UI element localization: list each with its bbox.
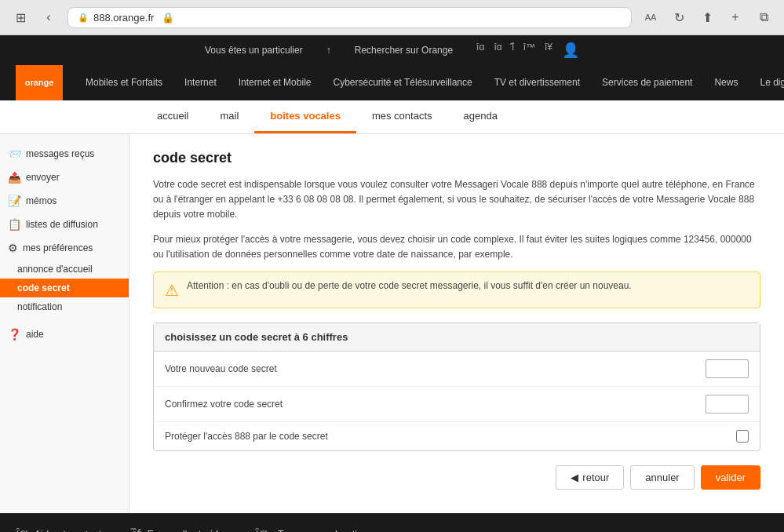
nav-mobiles[interactable]: Mobiles et Forfaits <box>75 67 173 99</box>
sidebar-label-envoyer: envoyer <box>26 172 60 183</box>
form-label-new-code: Votre nouveau code secret <box>165 363 706 374</box>
new-code-input[interactable] <box>706 359 749 378</box>
lock-icon: 🔒 <box>162 12 174 24</box>
browser-controls: ⊞ ‹ <box>9 6 60 28</box>
aide-icon: ❓ <box>8 328 21 341</box>
icon-5: î¥ <box>545 42 552 59</box>
warning-text: Attention : en cas d'oubli ou de perte d… <box>187 280 632 291</box>
footer-aide-icon: îα <box>16 526 27 532</box>
sidebar-item-aide[interactable]: ❓ aide <box>0 322 129 346</box>
share-button[interactable]: ⬆ <box>696 6 718 28</box>
footer-aide-link[interactable]: Aide et contact <box>34 528 101 532</box>
footer-forum-icon: î̃f <box>133 526 140 532</box>
main-navigation: orange Mobiles et Forfaits Internet Inte… <box>0 65 784 100</box>
form-label-protect-access: Protéger l'accès 888 par le code secret <box>165 431 736 442</box>
nav-digital[interactable]: Le digital et vous <box>749 67 784 99</box>
sidebar-sub-annonce-accueil[interactable]: annonce d'accueil <box>0 260 129 279</box>
sidebar-label-messages-recus: messages reçus <box>26 148 94 159</box>
valider-label: valider <box>716 472 746 483</box>
form-row-new-code: Votre nouveau code secret <box>154 352 760 387</box>
button-row: ◀ retour annuler valider <box>153 465 760 497</box>
sidebar-label-annonce: annonce d'accueil <box>17 264 93 275</box>
sidebar-toggle-button[interactable]: ⊞ <box>9 6 31 28</box>
icon-1: îα <box>476 42 484 59</box>
browser-chrome: ⊞ ‹ 🔒 888.orange.fr 🔒 AA ↻ ⬆ + ⧉ <box>0 0 784 35</box>
logo-text: orange <box>25 78 54 88</box>
annuler-button[interactable]: annuler <box>630 465 694 490</box>
footer-item-aide: îα Aide et contact <box>16 526 101 532</box>
annuler-label: annuler <box>645 472 679 483</box>
nav-news[interactable]: News <box>703 67 749 99</box>
tab-mes-contacts[interactable]: mes contacts <box>356 100 448 133</box>
avatar-icon[interactable]: 👤 <box>562 42 579 59</box>
tab-accueil[interactable]: accueil <box>141 100 204 133</box>
footer-item-boutique: îα, Trouver une boutique <box>255 526 374 532</box>
back-button[interactable]: ‹ <box>38 6 60 28</box>
warning-icon: ⚠ <box>165 281 179 300</box>
sidebar-item-memos[interactable]: 📝 mémos <box>0 189 129 213</box>
top-banner-icon1: ↑ <box>326 45 331 56</box>
listes-icon: 📋 <box>8 218 21 231</box>
icon-4: î™ <box>523 42 535 59</box>
tabs-button[interactable]: ⧉ <box>753 6 775 28</box>
retour-label: retour <box>582 472 609 483</box>
top-banner-icons: îα îα î̃ î™ î¥ 👤 <box>476 42 579 59</box>
nav-services[interactable]: Services de paiement <box>591 67 703 99</box>
address-bar[interactable]: 🔒 888.orange.fr 🔒 <box>67 7 632 28</box>
page-title: code secret <box>153 150 760 166</box>
text-size-button[interactable]: AA <box>640 6 662 28</box>
confirm-code-input[interactable] <box>706 395 749 414</box>
tab-boites-vocales[interactable]: boîtes vocales <box>254 100 356 133</box>
form-row-protect-access: Protéger l'accès 888 par le code secret <box>154 422 760 450</box>
footer-forum-link[interactable]: Forum d'entraide <box>147 528 224 532</box>
messages-recus-icon: 📨 <box>8 148 21 160</box>
preferences-icon: ⚙ <box>8 242 18 254</box>
sidebar: 📨 messages reçus 📤 envoyer 📝 mémos 📋 lis… <box>0 134 129 513</box>
protect-access-checkbox[interactable] <box>736 430 749 443</box>
nav-cybersecurite[interactable]: Cybersécurité et Télésurveillance <box>322 67 483 99</box>
search-link[interactable]: Rechercher sur Orange <box>355 45 453 56</box>
nav-internet[interactable]: Internet <box>173 67 228 99</box>
sidebar-label-aide: aide <box>26 329 44 340</box>
top-banner: Vous êtes un particulier ↑ Rechercher su… <box>0 35 784 65</box>
sidebar-item-envoyer[interactable]: 📤 envoyer <box>0 166 129 189</box>
sidebar-sub-code-secret[interactable]: code secret <box>0 279 129 297</box>
tab-mail[interactable]: mail <box>204 100 254 133</box>
footer-boutique-icon: îα, <box>255 526 271 532</box>
memos-icon: 📝 <box>8 195 21 207</box>
footer-boutique-link[interactable]: Trouver une boutique <box>278 528 374 532</box>
new-tab-button[interactable]: + <box>724 6 746 28</box>
footer: îα Aide et contact î̃f Forum d'entraide … <box>0 513 784 532</box>
form-box-header: choisissez un code secret à 6 chiffres <box>154 323 760 352</box>
sidebar-item-listes-diffusion[interactable]: 📋 listes de diffusion <box>0 213 129 236</box>
description-1: Votre code secret est indispensable lors… <box>153 177 760 223</box>
retour-button[interactable]: ◀ retour <box>556 465 624 490</box>
sidebar-label-listes: listes de diffusion <box>26 219 98 230</box>
nav-tv[interactable]: TV et divertissement <box>483 67 591 99</box>
retour-icon: ◀ <box>571 472 578 483</box>
sidebar-item-mes-preferences[interactable]: ⚙ mes préférences <box>0 236 129 260</box>
url-text: 888.orange.fr <box>93 12 154 24</box>
description-2: Pour mieux protéger l'accès à votre mess… <box>153 232 760 262</box>
form-box: choisissez un code secret à 6 chiffres V… <box>153 322 760 451</box>
sidebar-label-notification: notification <box>17 301 62 312</box>
footer-item-forum: î̃f Forum d'entraide <box>133 526 224 532</box>
sidebar-label-memos: mémos <box>26 195 57 206</box>
orange-logo: orange <box>16 65 63 100</box>
browser-actions: AA ↻ ⬆ + ⧉ <box>640 6 775 28</box>
sidebar-label-code-secret: code secret <box>17 282 70 293</box>
icon-2: îα <box>494 42 501 59</box>
tab-agenda[interactable]: agenda <box>448 100 513 133</box>
sidebar-label-preferences: mes préférences <box>23 242 93 253</box>
main-content: code secret Votre code secret est indisp… <box>129 134 784 513</box>
envoyer-icon: 📤 <box>8 171 21 184</box>
form-row-confirm-code: Confirmez votre code secret <box>154 387 760 422</box>
user-type-text: Vous êtes un particulier <box>205 45 303 56</box>
page-layout: 📨 messages reçus 📤 envoyer 📝 mémos 📋 lis… <box>0 134 784 513</box>
sidebar-item-messages-recus[interactable]: 📨 messages reçus <box>0 142 129 166</box>
nav-internet-mobile[interactable]: Internet et Mobile <box>228 67 323 99</box>
refresh-button[interactable]: ↻ <box>668 6 690 28</box>
warning-box: ⚠ Attention : en cas d'oubli ou de perte… <box>153 271 760 308</box>
valider-button[interactable]: valider <box>701 465 760 490</box>
sidebar-sub-notification[interactable]: notification <box>0 297 129 316</box>
